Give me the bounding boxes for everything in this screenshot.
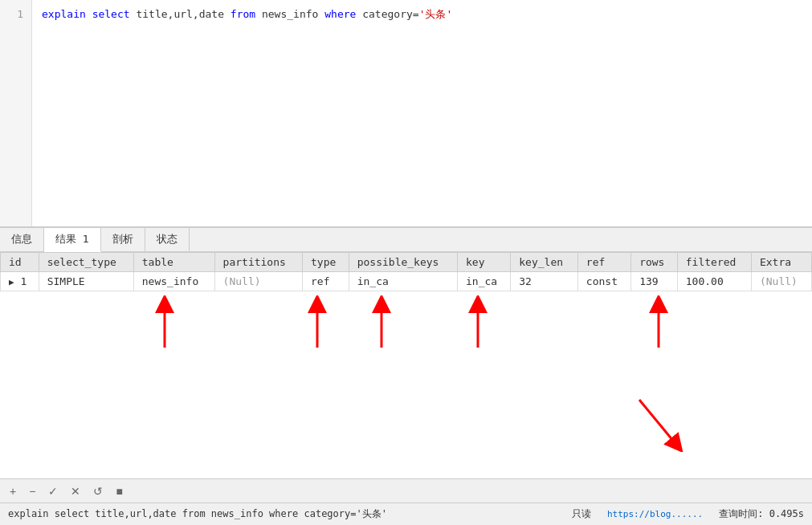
sql-editor[interactable]: explain select title,url,date from news_… [32,0,812,226]
cell-table: news_info [133,272,214,291]
cell-select-type: SIMPLE [39,272,133,291]
cell-partitions: (Null) [214,272,302,291]
sql-string-value: '头条' [419,8,453,20]
sql-keyword-explain: explain [42,8,86,20]
status-link: https://blog...... [607,509,703,519]
tabs-bar: 信息 结果 1 剖析 状态 [0,227,812,252]
sql-keyword-where: where [324,8,356,20]
cell-id: ▶ 1 [1,272,39,291]
col-header-extra: Extra [751,253,811,272]
tab-profile[interactable]: 剖析 [101,228,145,251]
col-header-table: table [133,253,214,272]
cell-extra: (Null) [751,272,811,291]
tab-result1[interactable]: 结果 1 [44,228,101,252]
line-number-1: 1 [8,6,23,23]
col-header-possible-keys: possible_keys [349,253,457,272]
col-header-key-len: key_len [511,253,578,272]
add-button[interactable]: + [6,483,19,499]
sql-keyword-from: from [231,8,255,20]
col-header-filtered: filtered [677,253,751,272]
cell-type: ref [303,272,349,291]
bottom-toolbar: + − ✓ ✕ ↺ ■ [0,478,812,503]
table-row[interactable]: ▶ 1 SIMPLE news_info (Null) ref in_ca in… [1,272,812,291]
stop-button[interactable]: ■ [112,483,125,499]
arrows-indicators [0,291,812,364]
arrow-table [149,295,181,352]
col-header-key: key [457,253,510,272]
refresh-button[interactable]: ↺ [90,483,106,499]
confirm-button[interactable]: ✓ [45,483,61,499]
col-header-rows: rows [631,253,678,272]
tab-info[interactable]: 信息 [0,228,44,251]
cell-possible-keys: in_ca [349,272,457,291]
line-numbers: 1 [0,0,32,226]
status-readonly: 只读 [572,507,591,521]
col-header-id: id [1,253,39,272]
cell-filtered: 100.00 [677,272,751,291]
editor-area: 1 explain select title,url,date from new… [0,0,812,227]
remove-button[interactable]: − [26,483,39,499]
results-area[interactable]: id select_type table partitions type pos… [0,252,812,478]
cell-rows: 139 [631,272,678,291]
col-header-type: type [303,253,349,272]
cell-key: in_ca [457,272,510,291]
results-table: id select_type table partitions type pos… [0,252,812,291]
sql-keyword-select: select [92,8,130,20]
tab-status[interactable]: 状态 [145,228,190,251]
col-header-select-type: select_type [39,253,133,272]
cell-ref: const [577,272,630,291]
status-right: 只读 https://blog...... 查询时间: 0.495s [572,507,804,521]
arrow-rows [643,295,675,352]
svg-line-5 [639,400,677,446]
col-header-partitions: partitions [214,253,302,272]
cancel-button[interactable]: ✕ [67,483,84,499]
arrow-type [301,295,333,352]
col-header-ref: ref [577,253,630,272]
arrow-key [462,295,494,352]
status-time: 查询时间: 0.495s [719,507,804,521]
cell-key-len: 32 [511,272,578,291]
arrow-bottom-right [635,396,683,452]
bottom-section [0,364,812,460]
arrow-possible-keys [365,295,398,352]
status-bar: explain select title,url,date from news_… [0,503,812,525]
status-sql-text: explain select title,url,date from news_… [8,507,387,521]
